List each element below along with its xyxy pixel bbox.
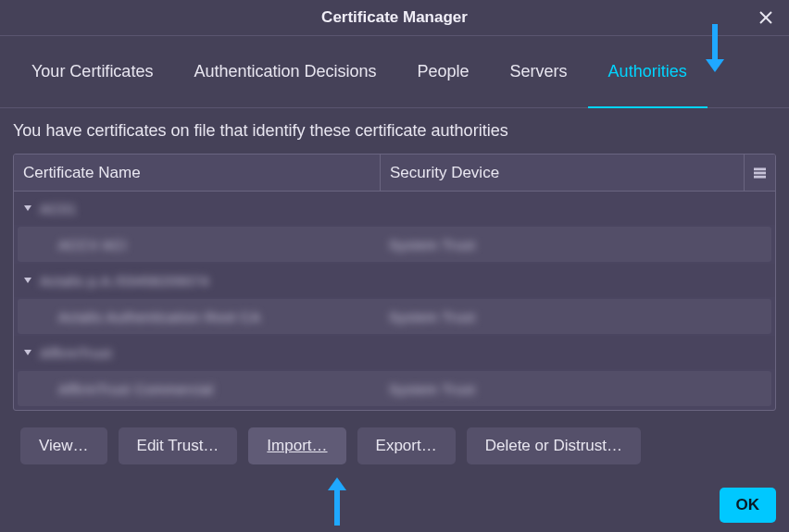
page-description: You have certificates on file that ident…: [0, 108, 789, 150]
tab-authentication-decisions[interactable]: Authentication Decisions: [173, 62, 396, 108]
ok-wrap: OK: [720, 488, 777, 523]
group-label: Actalis p.A./03458209074: [40, 273, 209, 289]
column-certificate-name[interactable]: Certificate Name: [14, 155, 380, 191]
cell-security-device: System Trust: [389, 381, 476, 397]
tab-people[interactable]: People: [397, 62, 490, 108]
twisty-open-icon: [21, 202, 34, 215]
table-group[interactable]: Actalis p.A./03458209074: [14, 264, 775, 297]
column-picker-icon[interactable]: [744, 155, 775, 191]
tab-authorities[interactable]: Authorities: [588, 62, 708, 108]
table-body: AC01 ACCV ACI System Trust Actalis p.A./…: [14, 192, 775, 406]
twisty-open-icon: [21, 274, 34, 287]
group-label: AffirmTrust: [40, 345, 112, 361]
cell-cert-name: AffirmTrust Commercial: [58, 381, 214, 397]
window-title: Certificate Manager: [321, 8, 468, 27]
cell-cert-name: Actalis Authentication Root CA: [58, 309, 260, 325]
delete-distrust-button[interactable]: Delete or Distrust…: [467, 427, 641, 464]
group-label: AC01: [40, 201, 77, 217]
table-row[interactable]: ACCV ACI System Trust: [18, 227, 771, 262]
table-group[interactable]: AffirmTrust: [14, 336, 775, 369]
certificates-table: Certificate Name Security Device AC01 AC…: [13, 154, 776, 411]
column-security-device[interactable]: Security Device: [380, 155, 744, 191]
svg-rect-4: [754, 175, 766, 178]
cell-security-device: System Trust: [389, 309, 476, 325]
svg-rect-2: [754, 167, 766, 170]
svg-marker-6: [24, 278, 31, 283]
tab-bar: Your Certificates Authentication Decisio…: [0, 36, 789, 108]
title-bar: Certificate Manager: [0, 0, 789, 35]
annotation-arrow-up-icon: [326, 477, 348, 527]
cell-cert-name: ACCV ACI: [58, 237, 127, 253]
table-group[interactable]: AC01: [14, 192, 775, 225]
svg-marker-10: [328, 477, 346, 490]
tab-your-certificates[interactable]: Your Certificates: [11, 62, 173, 108]
table-header: Certificate Name Security Device: [14, 155, 775, 192]
export-button[interactable]: Export…: [357, 427, 456, 464]
svg-marker-7: [24, 350, 31, 355]
table-row[interactable]: Actalis Authentication Root CA System Tr…: [18, 299, 771, 334]
svg-marker-5: [24, 205, 31, 211]
twisty-open-icon: [21, 346, 34, 359]
ok-button[interactable]: OK: [720, 488, 777, 523]
svg-rect-3: [754, 171, 766, 174]
cell-security-device: System Trust: [389, 237, 476, 253]
close-icon[interactable]: [756, 7, 776, 28]
import-button[interactable]: Import…: [248, 427, 345, 464]
action-bar: View… Edit Trust… Import… Export… Delete…: [0, 411, 789, 464]
edit-trust-button[interactable]: Edit Trust…: [119, 427, 238, 464]
table-row[interactable]: AffirmTrust Commercial System Trust: [18, 371, 771, 406]
tab-servers[interactable]: Servers: [490, 62, 588, 108]
view-button[interactable]: View…: [20, 427, 107, 464]
